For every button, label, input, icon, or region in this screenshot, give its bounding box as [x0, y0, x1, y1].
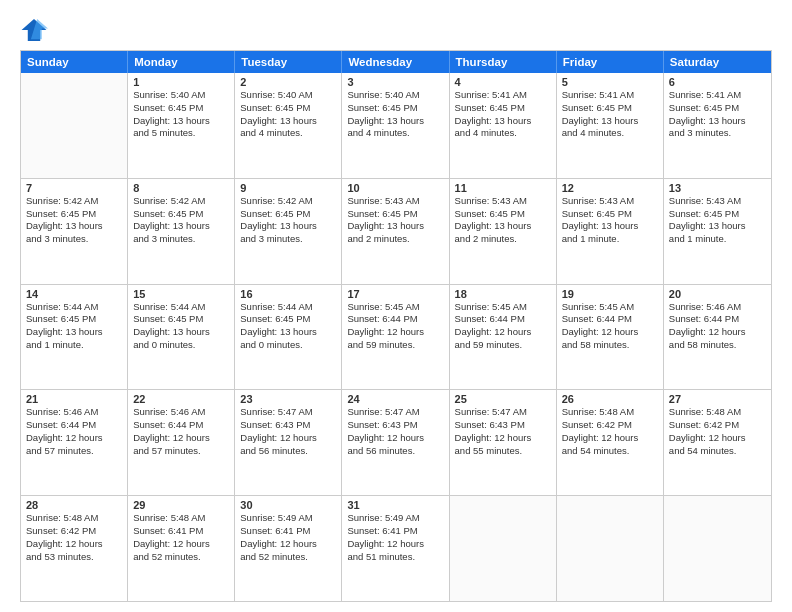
cell-line: Daylight: 12 hours [133, 432, 229, 445]
cell-line: Daylight: 13 hours [240, 326, 336, 339]
cell-line: Daylight: 12 hours [669, 326, 766, 339]
cell-line: Daylight: 13 hours [455, 115, 551, 128]
cell-line: Sunrise: 5:46 AM [669, 301, 766, 314]
calendar-cell: 8Sunrise: 5:42 AMSunset: 6:45 PMDaylight… [128, 179, 235, 284]
calendar-cell: 7Sunrise: 5:42 AMSunset: 6:45 PMDaylight… [21, 179, 128, 284]
cell-line: Sunset: 6:43 PM [455, 419, 551, 432]
cell-line: Sunrise: 5:47 AM [347, 406, 443, 419]
cell-line: and 53 minutes. [26, 551, 122, 564]
calendar-cell: 13Sunrise: 5:43 AMSunset: 6:45 PMDayligh… [664, 179, 771, 284]
logo [20, 16, 52, 44]
cell-line: Sunrise: 5:41 AM [455, 89, 551, 102]
cell-line: Sunset: 6:45 PM [347, 102, 443, 115]
cell-line: Sunrise: 5:42 AM [133, 195, 229, 208]
cell-line: Sunset: 6:45 PM [26, 208, 122, 221]
calendar-cell: 20Sunrise: 5:46 AMSunset: 6:44 PMDayligh… [664, 285, 771, 390]
calendar-cell [664, 496, 771, 601]
cell-line: and 4 minutes. [562, 127, 658, 140]
day-number: 16 [240, 288, 336, 300]
calendar-cell [557, 496, 664, 601]
calendar-cell: 28Sunrise: 5:48 AMSunset: 6:42 PMDayligh… [21, 496, 128, 601]
day-header: Wednesday [342, 51, 449, 73]
day-number: 2 [240, 76, 336, 88]
calendar-cell: 6Sunrise: 5:41 AMSunset: 6:45 PMDaylight… [664, 73, 771, 178]
day-number: 17 [347, 288, 443, 300]
cell-line: Daylight: 13 hours [240, 220, 336, 233]
day-number: 5 [562, 76, 658, 88]
day-number: 28 [26, 499, 122, 511]
cell-line: and 1 minute. [562, 233, 658, 246]
cell-line: Sunset: 6:41 PM [240, 525, 336, 538]
cell-line: and 58 minutes. [562, 339, 658, 352]
cell-line: Sunrise: 5:48 AM [133, 512, 229, 525]
cell-line: and 2 minutes. [455, 233, 551, 246]
calendar-header: SundayMondayTuesdayWednesdayThursdayFrid… [21, 51, 771, 73]
cell-line: Sunrise: 5:44 AM [133, 301, 229, 314]
cell-line: Sunset: 6:45 PM [562, 208, 658, 221]
cell-line: Sunset: 6:44 PM [455, 313, 551, 326]
cell-line: and 52 minutes. [133, 551, 229, 564]
day-number: 11 [455, 182, 551, 194]
cell-line: Sunset: 6:44 PM [133, 419, 229, 432]
calendar-row: 21Sunrise: 5:46 AMSunset: 6:44 PMDayligh… [21, 390, 771, 496]
cell-line: Sunrise: 5:46 AM [26, 406, 122, 419]
calendar-cell: 30Sunrise: 5:49 AMSunset: 6:41 PMDayligh… [235, 496, 342, 601]
cell-line: Sunset: 6:42 PM [562, 419, 658, 432]
cell-line: Daylight: 12 hours [26, 538, 122, 551]
calendar-cell: 2Sunrise: 5:40 AMSunset: 6:45 PMDaylight… [235, 73, 342, 178]
cell-line: Daylight: 13 hours [347, 115, 443, 128]
cell-line: Sunrise: 5:43 AM [669, 195, 766, 208]
cell-line: Daylight: 12 hours [240, 432, 336, 445]
cell-line: Sunrise: 5:45 AM [455, 301, 551, 314]
calendar-cell: 18Sunrise: 5:45 AMSunset: 6:44 PMDayligh… [450, 285, 557, 390]
cell-line: Sunset: 6:45 PM [26, 313, 122, 326]
day-number: 7 [26, 182, 122, 194]
calendar-cell: 25Sunrise: 5:47 AMSunset: 6:43 PMDayligh… [450, 390, 557, 495]
cell-line: Daylight: 13 hours [133, 326, 229, 339]
cell-line: Sunset: 6:45 PM [669, 102, 766, 115]
day-number: 21 [26, 393, 122, 405]
cell-line: Sunrise: 5:41 AM [562, 89, 658, 102]
day-header: Tuesday [235, 51, 342, 73]
calendar-cell: 12Sunrise: 5:43 AMSunset: 6:45 PMDayligh… [557, 179, 664, 284]
cell-line: Daylight: 12 hours [455, 432, 551, 445]
cell-line: Daylight: 12 hours [347, 538, 443, 551]
cell-line: Sunset: 6:45 PM [347, 208, 443, 221]
cell-line: Daylight: 13 hours [562, 220, 658, 233]
cell-line: Sunrise: 5:41 AM [669, 89, 766, 102]
calendar-cell: 10Sunrise: 5:43 AMSunset: 6:45 PMDayligh… [342, 179, 449, 284]
cell-line: Sunrise: 5:46 AM [133, 406, 229, 419]
calendar-cell: 14Sunrise: 5:44 AMSunset: 6:45 PMDayligh… [21, 285, 128, 390]
cell-line: Daylight: 13 hours [240, 115, 336, 128]
cell-line: and 51 minutes. [347, 551, 443, 564]
cell-line: Sunset: 6:42 PM [26, 525, 122, 538]
calendar-cell: 17Sunrise: 5:45 AMSunset: 6:44 PMDayligh… [342, 285, 449, 390]
calendar-cell: 1Sunrise: 5:40 AMSunset: 6:45 PMDaylight… [128, 73, 235, 178]
header [20, 16, 772, 44]
cell-line: and 59 minutes. [455, 339, 551, 352]
cell-line: Sunrise: 5:48 AM [669, 406, 766, 419]
calendar-cell: 21Sunrise: 5:46 AMSunset: 6:44 PMDayligh… [21, 390, 128, 495]
cell-line: Sunrise: 5:40 AM [240, 89, 336, 102]
cell-line: and 56 minutes. [240, 445, 336, 458]
cell-line: and 56 minutes. [347, 445, 443, 458]
cell-line: Sunrise: 5:48 AM [562, 406, 658, 419]
cell-line: Sunrise: 5:43 AM [562, 195, 658, 208]
cell-line: Sunset: 6:45 PM [669, 208, 766, 221]
cell-line: Daylight: 12 hours [455, 326, 551, 339]
page: SundayMondayTuesdayWednesdayThursdayFrid… [0, 0, 792, 612]
cell-line: and 58 minutes. [669, 339, 766, 352]
cell-line: and 2 minutes. [347, 233, 443, 246]
day-number: 3 [347, 76, 443, 88]
cell-line: Sunrise: 5:49 AM [347, 512, 443, 525]
calendar-cell: 23Sunrise: 5:47 AMSunset: 6:43 PMDayligh… [235, 390, 342, 495]
cell-line: Sunset: 6:44 PM [347, 313, 443, 326]
cell-line: and 0 minutes. [240, 339, 336, 352]
cell-line: Sunset: 6:45 PM [133, 208, 229, 221]
cell-line: and 5 minutes. [133, 127, 229, 140]
cell-line: Daylight: 12 hours [562, 326, 658, 339]
cell-line: and 1 minute. [669, 233, 766, 246]
cell-line: Daylight: 12 hours [562, 432, 658, 445]
cell-line: and 3 minutes. [133, 233, 229, 246]
calendar: SundayMondayTuesdayWednesdayThursdayFrid… [20, 50, 772, 602]
